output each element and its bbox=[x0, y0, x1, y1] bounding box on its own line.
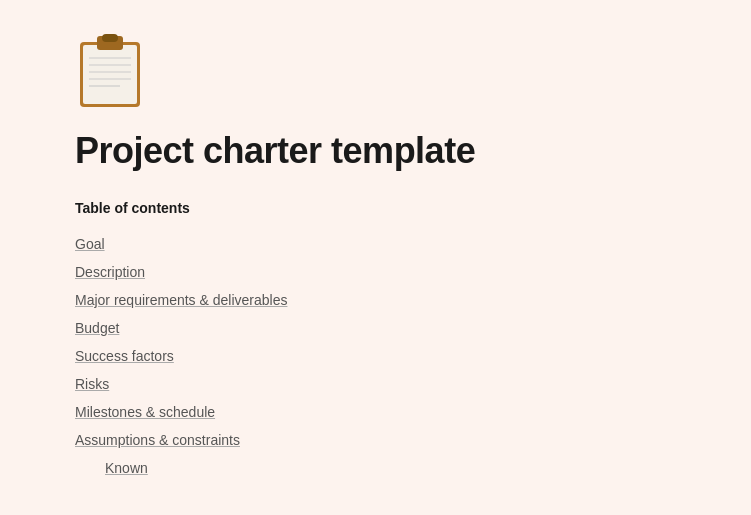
toc-link-success-factors[interactable]: Success factors bbox=[75, 348, 174, 364]
list-item: Major requirements & deliverables bbox=[75, 286, 676, 314]
toc-link-goal[interactable]: Goal bbox=[75, 236, 105, 252]
list-item: Milestones & schedule bbox=[75, 398, 676, 426]
list-item: Known bbox=[75, 454, 676, 482]
page-title: Project charter template bbox=[75, 130, 676, 172]
svg-rect-3 bbox=[102, 34, 118, 42]
toc-link-assumptions[interactable]: Assumptions & constraints bbox=[75, 432, 240, 448]
table-of-contents: Table of contents Goal Description Major… bbox=[75, 200, 676, 482]
list-item: Success factors bbox=[75, 342, 676, 370]
page-container: Project charter template Table of conten… bbox=[0, 0, 751, 512]
toc-link-risks[interactable]: Risks bbox=[75, 376, 109, 392]
toc-heading: Table of contents bbox=[75, 200, 676, 216]
list-item: Assumptions & constraints bbox=[75, 426, 676, 454]
list-item: Description bbox=[75, 258, 676, 286]
toc-link-requirements[interactable]: Major requirements & deliverables bbox=[75, 292, 287, 308]
toc-link-budget[interactable]: Budget bbox=[75, 320, 119, 336]
toc-link-milestones[interactable]: Milestones & schedule bbox=[75, 404, 215, 420]
svg-rect-1 bbox=[83, 45, 137, 104]
toc-list: Goal Description Major requirements & de… bbox=[75, 230, 676, 482]
list-item: Budget bbox=[75, 314, 676, 342]
list-item: Goal bbox=[75, 230, 676, 258]
clipboard-icon bbox=[75, 30, 145, 110]
list-item: Risks bbox=[75, 370, 676, 398]
toc-link-description[interactable]: Description bbox=[75, 264, 145, 280]
toc-link-known[interactable]: Known bbox=[105, 460, 148, 476]
